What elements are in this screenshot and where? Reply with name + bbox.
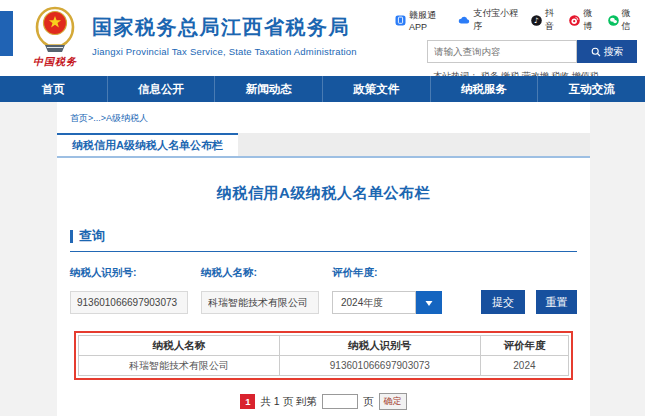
field-evaluation-year: 评价年度: 2024年度 <box>332 266 442 314</box>
douyin-icon: ♪ <box>531 15 542 26</box>
chevron-down-icon <box>423 297 435 309</box>
results-header-row: 纳税人名称 纳税人识别号 评价年度 <box>79 336 569 356</box>
link-weibo[interactable]: 微博 <box>569 7 598 33</box>
side-widget-strip[interactable] <box>0 11 13 56</box>
query-form: 纳税人识别号: 纳税人名称: 评价年度: 2024年度 <box>70 266 577 314</box>
nav-item-home[interactable]: 首页 <box>0 76 107 102</box>
query-heading: 查询 <box>79 227 105 245</box>
social-label: 微信 <box>622 7 637 33</box>
nav-item-interaction[interactable]: 互动交流 <box>537 76 645 102</box>
field-taxpayer-name: 纳税人名称: <box>201 266 319 314</box>
table-row: 科瑞智能技术有限公司 913601066697903073 2024 <box>79 356 569 376</box>
taxpayer-name-input[interactable] <box>201 291 319 314</box>
col-header-taxpayer-id: 纳税人识别号 <box>279 336 480 356</box>
submit-button[interactable]: 提交 <box>481 290 525 314</box>
main-nav: 首页 信息公开 新闻动态 政策文件 纳税服务 互动交流 <box>0 76 645 102</box>
site-subtitle: Jiangxi Provincial Tax Service, State Ta… <box>92 46 357 57</box>
page-jump-confirm-button[interactable]: 确定 <box>379 393 407 410</box>
search-icon <box>591 47 601 57</box>
nav-item-policy[interactable]: 政策文件 <box>322 76 430 102</box>
results-table: 纳税人名称 纳税人识别号 评价年度 科瑞智能技术有限公司 91360106669… <box>78 335 569 376</box>
search-button[interactable]: 搜索 <box>577 40 637 63</box>
link-douyin[interactable]: ♪ 抖音 <box>531 7 560 33</box>
evaluation-year-value[interactable]: 2024年度 <box>332 291 416 314</box>
pagination-text-after: 页 <box>363 395 374 409</box>
social-links-row: 赣服通APP 支付宝小程序 ♪ 抖音 <box>395 7 637 33</box>
site-title-block: 国家税务总局江西省税务局 Jiangxi Provincial Tax Serv… <box>92 14 357 57</box>
query-section: 查询 纳税人识别号: 纳税人名称: 评价年度: 2024年度 <box>70 227 577 410</box>
pagination-text-before: 共 1 页 到第 <box>260 395 317 409</box>
tab-a-level-taxpayer-list[interactable]: 纳税信用A级纳税人名单公布栏 <box>57 133 238 156</box>
dropdown-arrow-button[interactable] <box>416 291 442 314</box>
taxpayer-id-input[interactable] <box>70 291 188 314</box>
national-tax-emblem-icon <box>30 6 80 54</box>
social-label: 微博 <box>583 7 598 33</box>
taxpayer-id-label: 纳税人识别号: <box>70 266 188 280</box>
taxpayer-name-label: 纳税人名称: <box>201 266 319 280</box>
nav-item-info-disclosure[interactable]: 信息公开 <box>107 76 215 102</box>
link-alipay-miniprogram[interactable]: 支付宝小程序 <box>458 7 521 33</box>
link-wechat[interactable]: 微信 <box>608 7 637 33</box>
col-header-evaluation-year: 评价年度 <box>480 336 568 356</box>
cell-evaluation-year: 2024 <box>480 356 568 376</box>
site-header: 中国税务 国家税务总局江西省税务局 Jiangxi Provincial Tax… <box>0 0 645 76</box>
reset-button[interactable]: 重置 <box>536 290 577 314</box>
search-button-label: 搜索 <box>604 45 624 59</box>
evaluation-year-select[interactable]: 2024年度 <box>332 291 442 314</box>
breadcrumb[interactable]: 首页>...>A级纳税人 <box>57 102 590 125</box>
phone-app-icon <box>395 15 406 26</box>
content-card: 首页>...>A级纳税人 纳税信用A级纳税人名单公布栏 纳税信用A级纳税人名单公… <box>57 102 590 416</box>
link-ganfutong-app[interactable]: 赣服通APP <box>395 9 449 32</box>
social-label: 支付宝小程序 <box>473 7 521 33</box>
page-title: 纳税信用A级纳税人名单公布栏 <box>57 184 590 203</box>
pagination: 1 共 1 页 到第 页 确定 <box>70 393 577 410</box>
nav-item-news[interactable]: 新闻动态 <box>214 76 322 102</box>
search-input[interactable] <box>427 40 577 63</box>
cell-taxpayer-name: 科瑞智能技术有限公司 <box>79 356 280 376</box>
page-number-button[interactable]: 1 <box>240 394 255 409</box>
tab-bar: 纳税信用A级纳税人名单公布栏 <box>57 133 590 158</box>
evaluation-year-label: 评价年度: <box>332 266 442 280</box>
nav-item-tax-service[interactable]: 纳税服务 <box>430 76 538 102</box>
page: 中国税务 国家税务总局江西省税务局 Jiangxi Provincial Tax… <box>0 0 645 416</box>
result-highlight-box: 纳税人名称 纳税人识别号 评价年度 科瑞智能技术有限公司 91360106669… <box>74 331 573 380</box>
header-right: 赣服通APP 支付宝小程序 ♪ 抖音 <box>395 7 637 83</box>
section-accent-bar <box>70 230 73 243</box>
site-search: 搜索 <box>395 40 637 63</box>
social-label: 抖音 <box>545 7 560 33</box>
logo-caption: 中国税务 <box>24 55 86 69</box>
svg-text:♪: ♪ <box>534 16 539 25</box>
site-title: 国家税务总局江西省税务局 <box>92 14 357 41</box>
cell-taxpayer-id: 913601066697903073 <box>279 356 480 376</box>
alipay-cloud-icon <box>458 15 470 26</box>
page-jump-input[interactable] <box>322 394 358 409</box>
col-header-taxpayer-name: 纳税人名称 <box>79 336 280 356</box>
social-label: 赣服通APP <box>409 9 449 32</box>
query-section-header: 查询 <box>70 227 577 252</box>
field-taxpayer-id: 纳税人识别号: <box>70 266 188 314</box>
tax-emblem-logo: 中国税务 <box>24 6 86 69</box>
wechat-icon <box>608 15 619 26</box>
weibo-icon <box>569 15 580 26</box>
